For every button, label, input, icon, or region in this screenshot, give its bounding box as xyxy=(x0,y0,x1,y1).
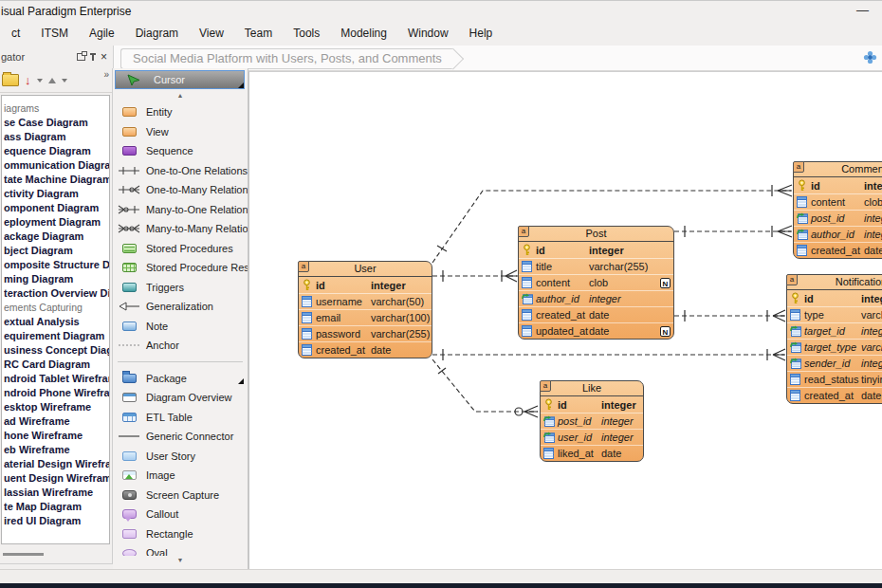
toolbox-item[interactable]: Generalization xyxy=(113,297,248,317)
diagram-type-item[interactable]: ommunication Diagram xyxy=(4,158,109,173)
toolbox-item[interactable]: One-to-One Relationship xyxy=(113,161,248,181)
entity-column-row[interactable]: passwordvarchar(255) xyxy=(299,325,432,341)
toolbox-item[interactable]: Anchor xyxy=(113,336,248,356)
entity-column-row[interactable]: sender_idinteger xyxy=(787,355,882,371)
navigator-hscrollbar[interactable] xyxy=(1,549,110,559)
toolbox-item[interactable]: Screen Capture xyxy=(113,486,248,505)
toolbox-item[interactable]: Sequence xyxy=(113,141,248,161)
entity-notification[interactable]: aNotificationidintegertypevarchar(50)tar… xyxy=(786,274,882,404)
toolbox-item[interactable] xyxy=(113,356,248,369)
toolbox-item[interactable]: Triggers xyxy=(113,278,248,298)
connector-user-like[interactable] xyxy=(432,359,538,417)
diagram-type-item[interactable]: iagrams xyxy=(4,101,109,116)
menu-item[interactable]: Diagram xyxy=(125,21,189,45)
diagram-type-item[interactable]: omposite Structure Diagram xyxy=(4,258,109,272)
menu-item[interactable]: Help xyxy=(459,21,504,45)
toolbox-item[interactable]: View xyxy=(113,122,248,142)
entity-column-row[interactable]: target_idinteger xyxy=(787,322,882,339)
entity-column-row[interactable]: typevarchar(50) xyxy=(787,306,882,322)
entity-column-row[interactable]: created_atdate xyxy=(299,341,432,358)
sort-icon[interactable] xyxy=(25,74,31,86)
menu-item[interactable]: Tools xyxy=(283,21,330,45)
entity-column-row[interactable]: idinteger xyxy=(794,177,882,193)
diagram-type-item[interactable]: ackage Diagram xyxy=(4,230,109,244)
diagram-type-item[interactable]: ad Wireframe xyxy=(4,414,109,429)
menu-item[interactable]: ct xyxy=(1,21,30,45)
toolbox-item[interactable]: Image xyxy=(113,466,248,486)
entity-column-row[interactable]: idinteger xyxy=(519,242,673,258)
toolbox-item[interactable]: Note xyxy=(113,317,248,337)
toolbox-scroll-down[interactable]: ▼ xyxy=(113,557,248,566)
entity-column-row[interactable]: contentclob xyxy=(794,193,882,210)
entity-column-row[interactable]: created_atdate xyxy=(794,242,882,258)
menu-item[interactable]: ITSM xyxy=(30,21,79,45)
diagram-type-item[interactable]: uent Design Wireframe xyxy=(4,471,109,486)
entity-column-row[interactable]: created_atdate xyxy=(519,306,673,322)
diagram-type-item[interactable]: eb Wireframe xyxy=(4,443,109,457)
diagram-type-item[interactable]: se Case Diagram xyxy=(4,116,109,130)
collapse-all-icon[interactable] xyxy=(48,78,56,83)
diagram-type-item[interactable]: ndroid Tablet Wireframe xyxy=(4,372,109,386)
toolbox-item[interactable]: Generic Connector xyxy=(113,427,248,447)
diagram-canvas[interactable]: aUseridintegerusernamevarchar(50)emailva… xyxy=(248,71,882,570)
entity-column-row[interactable]: created_atdate xyxy=(787,387,882,403)
diagram-type-item[interactable]: usiness Concept Diagram xyxy=(4,343,109,358)
resource-catalog-icon[interactable] xyxy=(863,50,877,64)
connector-user-post[interactable] xyxy=(432,270,518,282)
chevron-down-icon[interactable] xyxy=(62,79,67,83)
menu-item[interactable]: Team xyxy=(234,21,283,45)
toolbox-item[interactable]: Stored Procedure ResultSet xyxy=(113,258,248,278)
chevron-down-icon[interactable] xyxy=(37,79,43,83)
entity-column-row[interactable]: idinteger xyxy=(541,396,643,413)
entity-post[interactable]: aPostidintegertitlevarchar(255)contentcl… xyxy=(518,226,674,340)
toolbox-item[interactable]: Oval xyxy=(113,543,248,556)
close-icon[interactable]: × xyxy=(101,52,107,62)
toolbox-item[interactable]: ETL Table xyxy=(113,408,248,428)
toolbox-item[interactable]: Callout xyxy=(113,505,248,524)
connector-post-comment[interactable] xyxy=(674,226,792,237)
diagram-type-item[interactable]: ndroid Phone Wireframe xyxy=(4,386,109,400)
menu-item[interactable]: Agile xyxy=(79,21,125,45)
diagram-type-item[interactable]: bject Diagram xyxy=(4,244,109,258)
toolbox-item[interactable]: Stored Procedures xyxy=(113,239,248,259)
entity-column-row[interactable]: usernamevarchar(50) xyxy=(299,293,432,309)
diagram-type-item[interactable]: RC Card Diagram xyxy=(4,358,109,372)
diagram-type-item[interactable]: equence Diagram xyxy=(4,144,109,158)
diagram-type-item[interactable]: lassian Wireframe xyxy=(4,486,109,500)
toolbox-item[interactable]: Many-to-One Relationship xyxy=(113,200,248,220)
minimize-button[interactable]: — xyxy=(856,3,869,17)
diagram-tab[interactable]: Social Media Platform with Users, Posts,… xyxy=(120,48,453,69)
diagram-type-item[interactable]: hone Wireframe xyxy=(4,429,109,443)
pin-icon[interactable] xyxy=(92,53,94,61)
entity-column-row[interactable]: author_idinteger xyxy=(519,290,673,306)
toolbox-item[interactable]: User Story xyxy=(113,447,248,467)
entity-column-row[interactable]: post_idinteger xyxy=(794,210,882,226)
float-window-icon[interactable] xyxy=(77,53,85,61)
diagram-type-item[interactable]: teraction Overview Diagram xyxy=(4,286,109,301)
entity-comment[interactable]: aCommentidintegercontentclobpost_idinteg… xyxy=(793,161,882,259)
menu-item[interactable]: Window xyxy=(397,21,459,45)
diagram-type-item[interactable]: ctivity Diagram xyxy=(4,187,109,201)
toolbox-item[interactable]: Package xyxy=(113,369,248,389)
toolbox-scroll-up[interactable]: ▲ xyxy=(113,92,248,99)
diagram-type-item[interactable]: ired UI Diagram xyxy=(4,514,109,528)
entity-column-row[interactable]: updated_atdateN xyxy=(519,322,673,339)
open-folder-icon[interactable] xyxy=(2,74,19,86)
connector-post-notification[interactable] xyxy=(674,310,785,322)
diagram-type-item[interactable]: eployment Diagram xyxy=(4,215,109,230)
diagram-type-item[interactable]: ass Diagram xyxy=(4,130,109,144)
entity-column-row[interactable]: idinteger xyxy=(299,277,432,293)
scrollbar-thumb[interactable] xyxy=(3,553,44,556)
connector-user-notification[interactable] xyxy=(432,349,785,360)
toolbox-item[interactable]: Entity xyxy=(113,102,248,122)
entity-column-row[interactable]: idinteger xyxy=(787,290,882,306)
toolbox-item[interactable]: Rectangle xyxy=(113,524,248,544)
entity-like[interactable]: aLikeidintegerpost_idintegeruser_idinteg… xyxy=(540,380,644,462)
toolbox-item[interactable]: Many-to-Many Relationship xyxy=(113,219,248,239)
entity-column-row[interactable]: target_typevarchar(50) xyxy=(787,339,882,355)
diagram-type-item[interactable]: aterial Design Wireframe xyxy=(4,457,109,471)
diagram-type-item[interactable]: ements Capturing xyxy=(4,301,109,315)
entity-column-row[interactable]: user_idinteger xyxy=(541,429,643,445)
toolbox-item[interactable]: One-to-Many Relationship xyxy=(113,180,248,200)
toolbox-item[interactable]: Diagram Overview xyxy=(113,388,248,408)
